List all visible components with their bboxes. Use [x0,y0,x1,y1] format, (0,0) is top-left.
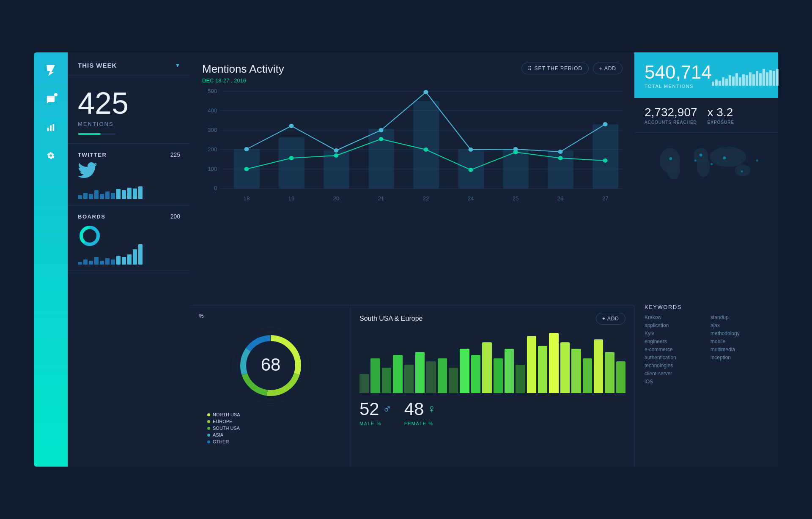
chart-canvas: 500 400 300 200 100 0 [202,87,623,205]
svg-text:24: 24 [468,196,474,202]
svg-point-69 [735,164,751,176]
male-label: MALE % [359,421,392,426]
twitter-mini-bars [78,186,180,199]
svg-text:19: 19 [288,196,295,202]
period-arrow: ▼ [175,63,180,68]
svg-point-29 [289,124,294,128]
svg-point-32 [424,90,428,94]
keyword-item[interactable]: technologies [645,363,702,369]
accounts-number: 2,732,907 [645,106,697,119]
stats-section: 2,732,907 ACCOUNTS REACHED x 3.2 EXPOSUR… [634,98,778,133]
settings-icon[interactable] [43,148,58,163]
svg-point-71 [700,153,702,156]
svg-point-72 [723,156,726,159]
svg-text:200: 200 [208,147,217,153]
bottom-section: % [190,306,634,467]
svg-point-41 [424,148,428,152]
svg-point-67 [697,156,710,177]
chart-icon[interactable] [43,120,58,135]
keyword-item[interactable]: inception [710,355,768,361]
gender-row: 52 ♂ MALE % 48 ♀ FEMALE % [359,399,625,426]
svg-rect-1 [47,128,49,131]
keyword-item[interactable]: ajax [710,322,768,328]
mentions-bar-fill [78,133,101,135]
female-stat: 48 ♀ FEMALE % [404,399,436,426]
keyword-item[interactable]: iOS [645,379,702,385]
keyword-item [710,379,768,385]
geo-title: South USA & Europe [359,315,422,322]
period-selector[interactable]: THIS WEEK ▼ [68,52,190,76]
female-label: FEMALE % [404,421,436,426]
geo-section: South USA & Europe + ADD [351,306,634,467]
svg-rect-2 [50,126,52,131]
sidebar [34,52,68,467]
svg-marker-0 [47,65,55,76]
keyword-item[interactable]: Krakow [645,314,702,320]
exposure-label: EXPOSURE [708,120,735,125]
set-period-btn[interactable]: ⠿ SET THE PERIOD [521,63,589,74]
keyword-item[interactable]: application [645,322,702,328]
keyword-item[interactable]: Kyiv [645,331,702,336]
chart-actions: ⠿ SET THE PERIOD + ADD [521,63,623,74]
mentions-section: 425 MENTIONS [68,76,190,144]
accounts-reached: 2,732,907 ACCOUNTS REACHED [645,106,697,125]
svg-text:300: 300 [208,128,217,133]
male-icon: ♂ [383,402,392,416]
keywords-section: KEYWORDS Krakow standup application ajax… [634,298,778,467]
svg-text:0: 0 [214,186,217,191]
chart-section: Mentions Activity DEC 18-27 , 2016 ⠿ SET… [190,52,634,306]
svg-text:68: 68 [261,355,280,374]
geo-add-btn[interactable]: + ADD [596,313,625,325]
donut-wrapper: 68 [228,323,313,408]
svg-text:21: 21 [378,196,384,202]
boards-section: BOARDS 200 [68,205,190,271]
keywords-title: KEYWORDS [645,304,768,310]
svg-point-76 [756,159,758,161]
svg-text:100: 100 [208,167,217,172]
svg-point-38 [289,156,294,160]
female-value: 48 [404,399,424,419]
world-map-svg [645,137,768,188]
keyword-item[interactable]: standup [710,314,768,320]
svg-rect-20 [279,137,304,188]
twitter-label: TWITTER [78,152,107,158]
chart-date: DEC 18-27 , 2016 [202,77,284,84]
keyword-item[interactable]: methodology [710,331,768,336]
keyword-item [710,363,768,369]
svg-point-74 [710,163,713,165]
keyword-item[interactable]: e-commerce [645,347,702,352]
svg-point-35 [558,150,563,154]
svg-text:20: 20 [333,196,340,202]
svg-rect-27 [593,124,618,188]
keyword-item[interactable]: authentication [645,355,702,361]
keyword-item[interactable]: engineers [645,339,702,344]
svg-point-39 [334,153,338,158]
male-value: 52 [359,399,379,419]
keyword-item[interactable]: client-server [645,371,702,377]
twitter-count: 225 [170,151,180,158]
svg-rect-3 [53,124,55,131]
world-map-section [634,133,778,298]
svg-point-28 [244,147,249,151]
donut-legend: NORTH USA EUROPE SOUTH USA ASIA OTHER [199,412,342,444]
svg-point-44 [558,156,563,160]
chat-icon[interactable] [43,92,58,107]
svg-point-37 [244,167,249,171]
logo [41,61,60,79]
left-panel: THIS WEEK ▼ 425 MENTIONS TWITTER 225 [68,52,190,467]
svg-rect-23 [413,101,439,188]
exposure-value: x 3.2 [708,106,735,119]
twitter-section: TWITTER 225 [68,144,190,205]
svg-point-36 [603,122,608,126]
geo-header: South USA & Europe + ADD [359,313,625,325]
svg-point-40 [379,137,383,141]
svg-point-70 [669,157,672,160]
keyword-item[interactable]: multimedia [710,347,768,352]
keyword-item[interactable]: mobile [710,339,768,344]
chart-title: Mentions Activity [202,63,284,76]
add-btn[interactable]: + ADD [593,63,623,74]
twitter-icon [78,162,180,182]
svg-rect-25 [503,149,529,188]
svg-point-73 [741,170,743,172]
svg-point-30 [334,148,338,153]
